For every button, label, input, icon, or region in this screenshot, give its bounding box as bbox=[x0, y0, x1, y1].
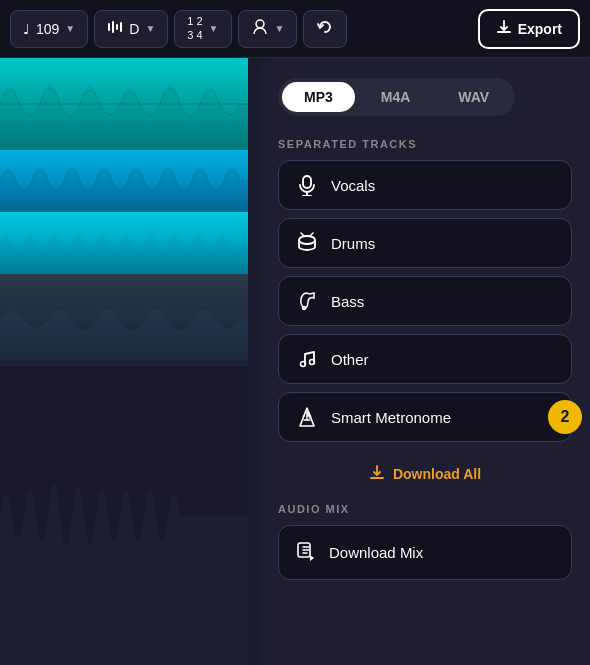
vocals-button[interactable]: Vocals bbox=[278, 160, 572, 210]
svg-point-15 bbox=[301, 362, 306, 367]
svg-rect-0 bbox=[108, 23, 110, 31]
export-button[interactable]: Export bbox=[478, 9, 580, 49]
svg-point-16 bbox=[310, 360, 315, 365]
bass-button[interactable]: Bass bbox=[278, 276, 572, 326]
bass-label: Bass bbox=[331, 293, 364, 310]
download-all-row[interactable]: Download All bbox=[278, 454, 572, 499]
timesig-chevron-icon: ▼ bbox=[209, 23, 219, 34]
svg-line-13 bbox=[310, 233, 313, 236]
track-3 bbox=[0, 212, 248, 274]
vocal-chevron-icon: ▼ bbox=[275, 23, 285, 34]
bass-icon bbox=[295, 289, 319, 313]
vocals-label: Vocals bbox=[331, 177, 375, 194]
metronome-icon: ♩ bbox=[23, 21, 30, 37]
track-1 bbox=[0, 58, 248, 150]
drums-label: Drums bbox=[331, 235, 375, 252]
waveform-area: 03:24 bbox=[0, 58, 248, 665]
svg-point-4 bbox=[256, 20, 264, 28]
format-tabs: MP3 M4A WAV bbox=[278, 78, 515, 116]
smart-metronome-wrapper: Smart Metronome 2 bbox=[278, 392, 572, 442]
tab-wav[interactable]: WAV bbox=[436, 82, 511, 112]
export-icon bbox=[496, 19, 512, 38]
audio-mix-label: AUDIO MIX bbox=[278, 503, 572, 515]
bpm-control[interactable]: ♩ 109 ▼ bbox=[10, 10, 88, 48]
svg-point-9 bbox=[299, 236, 315, 244]
svg-rect-3 bbox=[120, 22, 122, 32]
key-control[interactable]: D ▼ bbox=[94, 10, 168, 48]
bpm-value: 109 bbox=[36, 21, 59, 37]
download-all-label: Download All bbox=[393, 466, 481, 482]
download-mix-label: Download Mix bbox=[329, 544, 423, 561]
download-mix-button[interactable]: Download Mix bbox=[278, 525, 572, 580]
undo-icon bbox=[316, 18, 334, 39]
track-2 bbox=[0, 150, 248, 212]
export-label: Export bbox=[518, 21, 562, 37]
download-panel: MP3 M4A WAV SEPARATED TRACKS Vocals bbox=[260, 58, 590, 665]
time-sig-value: 1 23 4 bbox=[187, 15, 202, 41]
metronome-badge: 2 bbox=[548, 400, 582, 434]
download-all-icon bbox=[369, 464, 385, 483]
drums-button[interactable]: Drums bbox=[278, 218, 572, 268]
audio-mix-section: AUDIO MIX Download Mix bbox=[278, 503, 572, 580]
time-signature-control[interactable]: 1 23 4 ▼ bbox=[174, 10, 231, 48]
other-button[interactable]: Other bbox=[278, 334, 572, 384]
track-5 bbox=[0, 366, 248, 665]
track-list: Vocals Drums bbox=[278, 160, 572, 442]
svg-line-12 bbox=[301, 233, 304, 236]
separated-tracks-label: SEPARATED TRACKS bbox=[278, 138, 572, 150]
undo-button[interactable] bbox=[303, 10, 347, 48]
track-4 bbox=[0, 274, 248, 366]
download-mix-icon bbox=[295, 540, 317, 565]
main-layout: 03:24 bbox=[0, 58, 590, 665]
metronome-icon bbox=[295, 405, 319, 429]
eq-icon bbox=[107, 19, 123, 38]
smart-metronome-label: Smart Metronome bbox=[331, 409, 451, 426]
vocal-icon bbox=[251, 18, 269, 39]
svg-rect-1 bbox=[112, 21, 114, 33]
vocal-control[interactable]: ▼ bbox=[238, 10, 298, 48]
key-chevron-icon: ▼ bbox=[145, 23, 155, 34]
music-note-icon bbox=[295, 347, 319, 371]
tab-mp3[interactable]: MP3 bbox=[282, 82, 355, 112]
smart-metronome-button[interactable]: Smart Metronome bbox=[278, 392, 572, 442]
key-value: D bbox=[129, 21, 139, 37]
other-label: Other bbox=[331, 351, 369, 368]
tab-m4a[interactable]: M4A bbox=[359, 82, 433, 112]
toolbar: ♩ 109 ▼ D ▼ 1 23 4 ▼ ▼ bbox=[0, 0, 590, 58]
mic-icon bbox=[295, 173, 319, 197]
svg-rect-6 bbox=[303, 176, 311, 188]
svg-rect-2 bbox=[116, 24, 118, 30]
drum-icon bbox=[295, 231, 319, 255]
bpm-chevron-icon: ▼ bbox=[65, 23, 75, 34]
